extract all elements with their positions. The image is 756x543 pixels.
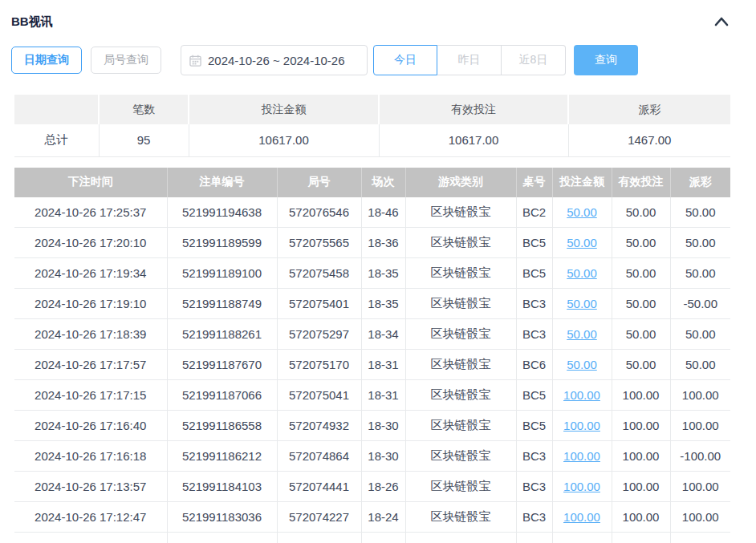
cell-bet-amount: 50.00 xyxy=(552,350,612,380)
col-header-payout: 派彩 xyxy=(670,168,730,197)
cell-time: 2024-10-26 17:17:57 xyxy=(14,350,167,380)
bet-records-table: 下注时间注单编号局号场次游戏类别桌号投注金额有效投注派彩 2024-10-26 … xyxy=(14,168,730,543)
cell-bet-amount: 100.00 xyxy=(552,380,612,411)
detail-header-row: 下注时间注单编号局号场次游戏类别桌号投注金额有效投注派彩 xyxy=(14,168,730,197)
page-title: BB视讯 xyxy=(11,14,53,30)
summary-col-header-3: 有效投注 xyxy=(379,95,568,124)
table-row: 2024-10-26 17:20:10521991189599572075565… xyxy=(14,228,730,258)
summary-header-row: 笔数投注金额有效投注派彩 xyxy=(14,95,730,124)
table-row: 2024-10-26 17:16:40521991186558572074932… xyxy=(14,411,730,441)
bet-amount-link[interactable]: 100.00 xyxy=(563,480,600,493)
cell-bet-amount: 50.00 xyxy=(552,319,612,350)
cell-round: 572075565 xyxy=(277,228,361,258)
cell-bet-id: 521991187670 xyxy=(167,350,277,380)
cell-round: 572075297 xyxy=(277,319,361,350)
cell-payout: 100.00 xyxy=(670,380,730,411)
date-range-input[interactable]: 2024-10-26 ~ 2024-10-26 xyxy=(181,45,368,75)
table-row: 2024-10-26 17:18:39521991188261572075297… xyxy=(14,319,730,350)
cell-payout: 100.00 xyxy=(670,472,730,502)
cell-bet-id: 521991188749 xyxy=(167,289,277,319)
col-header-time: 下注时间 xyxy=(14,168,167,197)
cell-session: 18-31 xyxy=(361,350,405,380)
cell-game: 区块链骰宝 xyxy=(405,289,516,319)
cell-payout: -50.00 xyxy=(670,289,730,319)
col-header-round: 局号 xyxy=(277,168,361,197)
cell-round: 572074864 xyxy=(277,441,361,472)
cell-payout: 50.00 xyxy=(670,350,730,380)
cell-session: 18-34 xyxy=(361,319,405,350)
bet-amount-link[interactable]: 100.00 xyxy=(563,510,600,524)
cell-payout: 100.00 xyxy=(670,502,730,533)
cell-empty xyxy=(612,533,670,543)
search-button[interactable]: 查询 xyxy=(574,45,638,75)
cell-valid-bet: 100.00 xyxy=(612,411,670,441)
summary-total-row: 总计 95 10617.00 10617.00 1467.00 xyxy=(14,124,730,156)
tab-date-query[interactable]: 日期查询 xyxy=(11,47,82,74)
bet-amount-link[interactable]: 100.00 xyxy=(563,419,600,432)
cell-bet-id: 521991188261 xyxy=(167,319,277,350)
quick-button-group: 今日昨日近8日 xyxy=(373,45,566,75)
bet-amount-link[interactable]: 100.00 xyxy=(563,449,600,463)
table-row: 2024-10-26 17:16:18521991186212572074864… xyxy=(14,441,730,472)
cell-payout: 50.00 xyxy=(670,197,730,228)
cell-valid-bet: 50.00 xyxy=(612,258,670,289)
tab-round-query[interactable]: 局号查询 xyxy=(91,47,161,74)
summary-col-header-2: 投注金额 xyxy=(189,95,379,124)
col-header-session: 场次 xyxy=(361,168,405,197)
cell-session: 18-36 xyxy=(361,228,405,258)
cell-empty xyxy=(552,533,612,543)
cell-bet-id: 521991186558 xyxy=(167,411,277,441)
table-row: 2024-10-26 17:13:57521991184103572074441… xyxy=(14,472,730,502)
summary-total-label: 总计 xyxy=(14,124,99,156)
cell-valid-bet: 50.00 xyxy=(612,319,670,350)
cell-bet-amount: 100.00 xyxy=(552,441,612,472)
cell-table: BC5 xyxy=(516,258,552,289)
cell-table: BC3 xyxy=(516,441,552,472)
quick-button-0[interactable]: 今日 xyxy=(373,45,437,75)
bet-amount-link[interactable]: 50.00 xyxy=(567,327,597,341)
cell-game: 区块链骰宝 xyxy=(405,441,516,472)
cell-empty xyxy=(167,533,277,543)
cell-table: BC3 xyxy=(516,502,552,533)
cell-valid-bet: 100.00 xyxy=(612,472,670,502)
cell-game: 区块链骰宝 xyxy=(405,472,516,502)
cell-game: 区块链骰宝 xyxy=(405,228,516,258)
cell-game: 区块链骰宝 xyxy=(405,197,516,228)
cell-payout: 50.00 xyxy=(670,258,730,289)
quick-button-2[interactable]: 近8日 xyxy=(502,45,566,75)
quick-button-1[interactable]: 昨日 xyxy=(437,45,502,75)
cell-round: 572075041 xyxy=(277,380,361,411)
cell-game: 区块链骰宝 xyxy=(405,350,516,380)
cell-session: 18-26 xyxy=(361,472,405,502)
cell-game: 区块链骰宝 xyxy=(405,502,516,533)
collapse-button[interactable] xyxy=(711,13,732,30)
cell-bet-id: 521991189599 xyxy=(167,228,277,258)
summary-count: 95 xyxy=(99,124,189,156)
summary-col-header-0 xyxy=(14,95,99,124)
cell-valid-bet: 50.00 xyxy=(612,350,670,380)
calendar-icon xyxy=(189,55,201,67)
cell-valid-bet: 50.00 xyxy=(612,197,670,228)
cell-table: BC5 xyxy=(516,411,552,441)
bet-amount-link[interactable]: 50.00 xyxy=(567,236,597,249)
bet-amount-link[interactable]: 100.00 xyxy=(563,388,600,402)
cell-time: 2024-10-26 17:17:15 xyxy=(14,380,167,411)
bb-video-panel: BB视讯 日期查询 局号查询 xyxy=(0,0,756,543)
cell-empty xyxy=(516,533,552,543)
bet-amount-link[interactable]: 50.00 xyxy=(567,297,597,310)
cell-session: 18-24 xyxy=(361,502,405,533)
cell-bet-id: 521991186212 xyxy=(167,441,277,472)
cell-time: 2024-10-26 17:12:47 xyxy=(14,502,167,533)
query-toolbar: 日期查询 局号查询 2024-10-26 ~ 2024-10-26 今日昨日近8… xyxy=(11,45,756,75)
cell-table: BC3 xyxy=(516,289,552,319)
bet-amount-link[interactable]: 50.00 xyxy=(567,205,597,219)
cell-time: 2024-10-26 17:19:10 xyxy=(14,289,167,319)
bet-amount-link[interactable]: 50.00 xyxy=(567,358,597,371)
bet-amount-link[interactable]: 50.00 xyxy=(567,266,597,280)
cell-game: 区块链骰宝 xyxy=(405,380,516,411)
cell-table: BC5 xyxy=(516,380,552,411)
cell-payout: 50.00 xyxy=(670,319,730,350)
col-header-game: 游戏类别 xyxy=(405,168,516,197)
cell-time: 2024-10-26 17:25:37 xyxy=(14,197,167,228)
cell-session: 18-30 xyxy=(361,441,405,472)
